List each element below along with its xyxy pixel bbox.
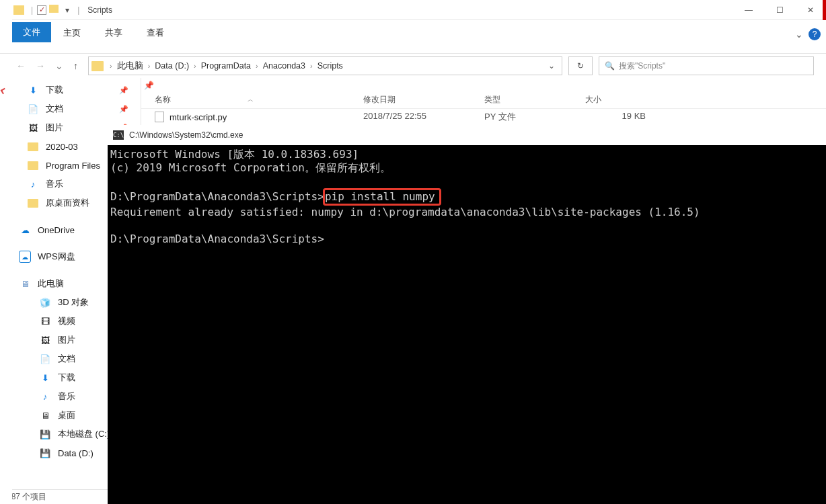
cmd-output[interactable]: Microsoft Windows [版本 10.0.18363.693] (c… <box>108 145 826 246</box>
folder-icon <box>91 61 104 71</box>
back-button[interactable]: ← <box>12 58 30 74</box>
chevron-right-icon: › <box>146 62 153 70</box>
file-type: PY 文件 <box>484 111 585 123</box>
onedrive-icon: ☁ <box>19 224 31 236</box>
chevron-right-icon: › <box>108 62 114 70</box>
pin-icon: 📌 <box>119 86 128 95</box>
file-icon <box>155 112 164 122</box>
crumb-scripts[interactable]: Scripts <box>315 61 346 71</box>
column-type[interactable]: 类型 <box>484 94 585 106</box>
chevron-right-icon: › <box>192 62 198 70</box>
title-bar: | ✓ ▾ | Scripts — ☐ ✕ <box>0 0 826 20</box>
file-tab[interactable]: 文件 <box>12 22 51 42</box>
maximize-button[interactable]: ☐ <box>764 0 795 20</box>
address-dropdown-icon[interactable]: ⌄ <box>548 61 559 71</box>
disk-icon: 💾 <box>39 428 51 440</box>
cmd-title: C:\Windows\System32\cmd.exe <box>129 128 243 142</box>
sidebar-item-documents[interactable]: 📄文档📌 <box>0 99 141 118</box>
pin-icon: 📌 <box>144 81 155 90</box>
window-edge <box>823 0 826 20</box>
folder-icon <box>13 5 24 15</box>
pictures-icon: 🖼 <box>39 334 51 346</box>
document-icon: 📄 <box>27 103 39 115</box>
help-icon[interactable]: ? <box>809 28 821 40</box>
separator: | <box>77 5 79 15</box>
file-size: 19 KB <box>585 111 646 123</box>
chevron-right-icon: › <box>254 62 260 70</box>
column-name[interactable]: 名称︿ <box>155 94 363 106</box>
document-icon: 📄 <box>39 353 51 365</box>
item-count: 287 个项目 <box>7 491 46 503</box>
music-icon: ♪ <box>39 390 51 403</box>
separator: | <box>31 5 33 15</box>
download-icon: ⬇ <box>39 372 51 384</box>
file-name: mturk-script.py <box>170 112 227 122</box>
desktop-icon: 🖥 <box>39 409 51 421</box>
folder-icon-small <box>49 5 61 15</box>
file-date: 2018/7/25 22:55 <box>363 111 484 123</box>
wps-icon: ☁ <box>19 251 31 263</box>
ribbon: 文件 主页 共享 查看 ⌄ ? <box>0 20 826 54</box>
sidebar-item-downloads[interactable]: ⬇下载📌 <box>0 81 141 99</box>
minimize-button[interactable]: — <box>733 0 764 20</box>
folder-icon <box>28 161 38 170</box>
qat-dropdown-icon[interactable]: ▾ <box>65 5 69 15</box>
3d-icon: 🧊 <box>39 296 51 308</box>
tab-home[interactable]: 主页 <box>51 20 93 46</box>
up-button[interactable]: ↑ <box>69 58 82 74</box>
column-size[interactable]: 大小 <box>585 94 646 106</box>
file-row[interactable]: mturk-script.py 2018/7/25 22:55 PY 文件 19… <box>141 109 826 125</box>
column-headers: 名称︿ 修改日期 类型 大小 <box>141 90 826 109</box>
window-title: Scripts <box>87 5 112 15</box>
video-icon: 🎞 <box>39 315 51 327</box>
folder-icon <box>28 142 38 151</box>
disk-icon: 💾 <box>39 447 51 459</box>
tab-view[interactable]: 查看 <box>135 20 176 46</box>
tab-share[interactable]: 共享 <box>93 20 135 46</box>
cmd-icon: C:\ <box>113 130 124 140</box>
refresh-button[interactable]: ↻ <box>568 56 593 75</box>
music-icon: ♪ <box>27 178 39 190</box>
sort-asc-icon: ︿ <box>248 95 254 104</box>
forward-button[interactable]: → <box>32 58 49 74</box>
highlighted-command: pip install numpy <box>323 188 441 206</box>
quick-save-icon[interactable]: ✓ <box>37 5 46 15</box>
pin-icon: 📌 <box>119 105 128 114</box>
search-placeholder: 搜索"Scripts" <box>619 60 665 72</box>
recent-dropdown[interactable]: ⌄ <box>51 58 67 74</box>
folder-icon <box>28 199 38 208</box>
download-icon: ⬇ <box>27 84 39 96</box>
close-button[interactable]: ✕ <box>795 0 826 20</box>
chevron-right-icon: › <box>308 62 315 70</box>
cmd-title-bar[interactable]: C:\ C:\Windows\System32\cmd.exe <box>108 125 826 145</box>
pc-icon: 🖥 <box>19 278 31 290</box>
crumb-anaconda[interactable]: Anaconda3 <box>260 61 308 71</box>
search-icon: 🔍 <box>605 61 615 71</box>
breadcrumb[interactable]: › 此电脑 › Data (D:) › ProgramData › Anacon… <box>88 56 562 75</box>
navigation-bar: ← → ⌄ ↑ › 此电脑 › Data (D:) › ProgramData … <box>0 54 826 78</box>
crumb-drive[interactable]: Data (D:) <box>152 61 192 71</box>
pictures-icon: 🖼 <box>27 122 39 134</box>
column-date[interactable]: 修改日期 <box>363 94 484 106</box>
cmd-window[interactable]: C:\ C:\Windows\System32\cmd.exe Microsof… <box>108 125 826 504</box>
crumb-programdata[interactable]: ProgramData <box>198 61 254 71</box>
search-input[interactable]: 🔍 搜索"Scripts" <box>599 56 814 75</box>
crumb-pc[interactable]: 此电脑 <box>114 60 146 72</box>
expand-ribbon-icon[interactable]: ⌄ <box>795 29 803 40</box>
